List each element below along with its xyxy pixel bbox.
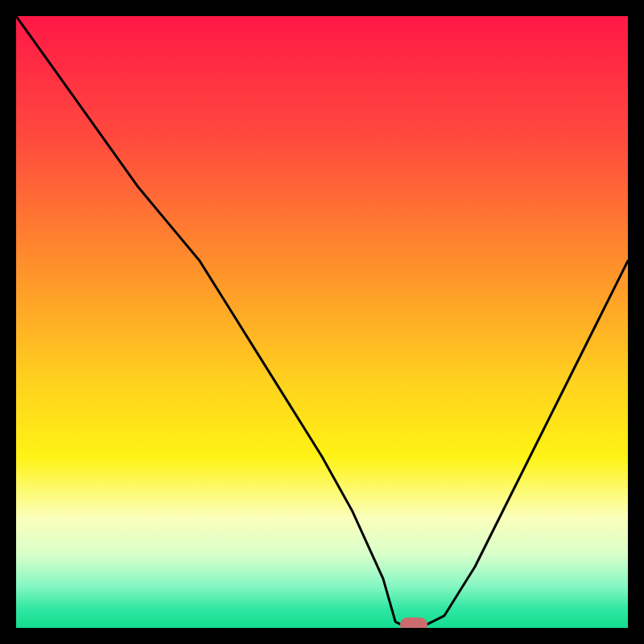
gradient-background (16, 16, 628, 628)
chart-frame: TheBottleneck.com (0, 0, 644, 644)
optimal-marker (400, 617, 427, 628)
plot-area: TheBottleneck.com (16, 16, 628, 628)
chart-svg (16, 16, 628, 628)
